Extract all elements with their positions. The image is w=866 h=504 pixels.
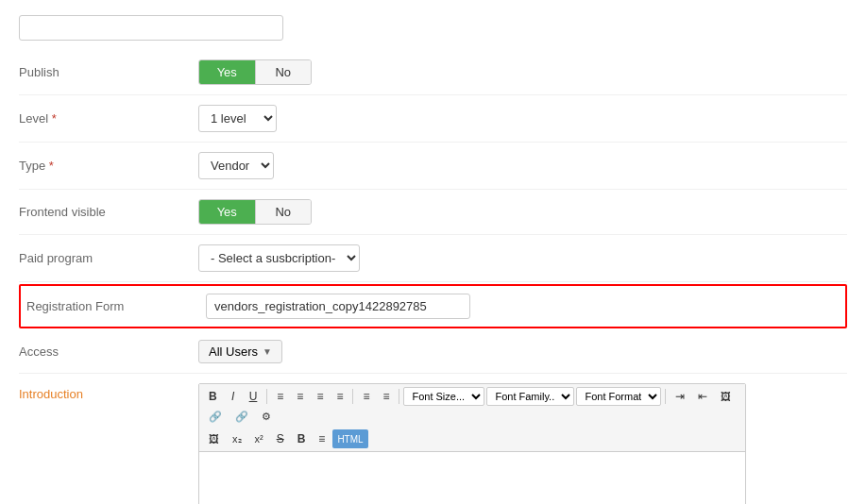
toolbar-sep-4: [665, 389, 666, 404]
font-family-select[interactable]: Font Family..: [486, 387, 574, 406]
align-justify-btn[interactable]: ≡: [331, 387, 348, 406]
ordered-list-btn[interactable]: ≡: [357, 387, 375, 406]
align-center-btn[interactable]: ≡: [291, 387, 309, 406]
html-btn[interactable]: HTML: [332, 429, 367, 448]
unordered-list-btn[interactable]: ≡: [377, 387, 395, 406]
frontend-visible-row: Frontend visible Yes No: [19, 190, 847, 235]
registration-form-input[interactable]: [206, 294, 470, 319]
align-left-btn[interactable]: ≡: [271, 387, 289, 406]
rich-text-editor: B I U ≡ ≡ ≡ ≡ ≡ ≡ Font Size...: [198, 383, 746, 504]
align-right-btn[interactable]: ≡: [311, 387, 329, 406]
bold-btn[interactable]: B: [203, 387, 223, 406]
image-btn[interactable]: 🖼: [715, 388, 737, 405]
indent-btn[interactable]: ⇥: [670, 387, 690, 406]
level-control: 1 level 2 levels 3 levels: [198, 105, 847, 132]
outdent-btn[interactable]: ⇤: [692, 387, 713, 406]
frontend-yes-btn[interactable]: Yes: [199, 200, 255, 224]
toolbar-sep-2: [352, 389, 353, 404]
font-size-select[interactable]: Font Size...: [403, 387, 484, 406]
bold-btn-2[interactable]: B: [292, 429, 312, 448]
frontend-no-btn[interactable]: No: [256, 200, 312, 224]
introduction-row: Introduction B I U ≡ ≡ ≡ ≡ ≡ ≡: [19, 374, 847, 504]
font-format-select[interactable]: Font Format: [576, 387, 661, 406]
insert-image-btn[interactable]: 🖼: [203, 429, 225, 448]
form-container: Publish Yes No Level * 1 level 2 levels …: [0, 0, 866, 504]
type-control: Vendor Buyer Both: [198, 152, 847, 179]
registration-form-label: Registration Form: [26, 299, 206, 313]
italic-btn[interactable]: I: [225, 387, 242, 406]
type-label: Type *: [19, 159, 198, 173]
frontend-visible-label: Frontend visible: [19, 205, 198, 219]
publish-toggle: Yes No: [198, 59, 312, 85]
access-value: All Users: [209, 344, 258, 359]
strikethrough-btn[interactable]: S: [271, 429, 290, 448]
underline-btn[interactable]: U: [244, 387, 263, 406]
type-select[interactable]: Vendor Buyer Both: [198, 152, 274, 179]
publish-control: Yes No: [198, 59, 847, 85]
list-btn-2[interactable]: ≡: [313, 429, 331, 448]
paid-program-control: - Select a susbcription-: [198, 244, 847, 272]
paid-program-label: Paid program: [19, 251, 198, 265]
type-row: Type * Vendor Buyer Both: [19, 143, 847, 190]
editor-body[interactable]: [199, 452, 745, 504]
frontend-visible-toggle: Yes No: [198, 199, 312, 225]
level-row: Level * 1 level 2 levels 3 levels: [19, 95, 847, 143]
frontend-visible-control: Yes No: [198, 199, 847, 225]
link-btn[interactable]: 🔗: [203, 408, 228, 426]
introduction-label: Introduction: [19, 383, 198, 401]
superscript-btn[interactable]: x²: [249, 429, 269, 448]
registration-form-row: Registration Form: [19, 284, 847, 328]
publish-no-btn[interactable]: No: [256, 60, 312, 84]
access-dropdown-btn[interactable]: All Users ▼: [198, 340, 282, 363]
chevron-down-icon: ▼: [263, 346, 272, 357]
editor-toolbar: B I U ≡ ≡ ≡ ≡ ≡ ≡ Font Size...: [199, 384, 745, 452]
registration-form-control: [206, 294, 840, 319]
toolbar-sep-1: [266, 389, 267, 404]
publish-yes-btn[interactable]: Yes: [199, 60, 255, 84]
publish-label: Publish: [19, 65, 198, 79]
unlink-btn[interactable]: 🔗: [229, 408, 254, 426]
access-row: Access All Users ▼: [19, 330, 847, 374]
source-btn[interactable]: ⚙: [256, 408, 277, 426]
publish-row: Publish Yes No: [19, 50, 847, 95]
access-label: Access: [19, 344, 198, 359]
access-control: All Users ▼: [198, 340, 847, 363]
level-label: Level *: [19, 111, 198, 126]
toolbar-sep-3: [399, 389, 399, 404]
paid-program-select[interactable]: - Select a susbcription-: [198, 244, 360, 272]
level-select[interactable]: 1 level 2 levels 3 levels: [198, 105, 277, 132]
introduction-control: B I U ≡ ≡ ≡ ≡ ≡ ≡ Font Size...: [198, 383, 847, 504]
top-input-row: [19, 9, 847, 50]
paid-program-row: Paid program - Select a susbcription-: [19, 235, 847, 282]
subscript-btn[interactable]: x₂: [227, 429, 247, 448]
top-text-input[interactable]: [19, 15, 283, 41]
